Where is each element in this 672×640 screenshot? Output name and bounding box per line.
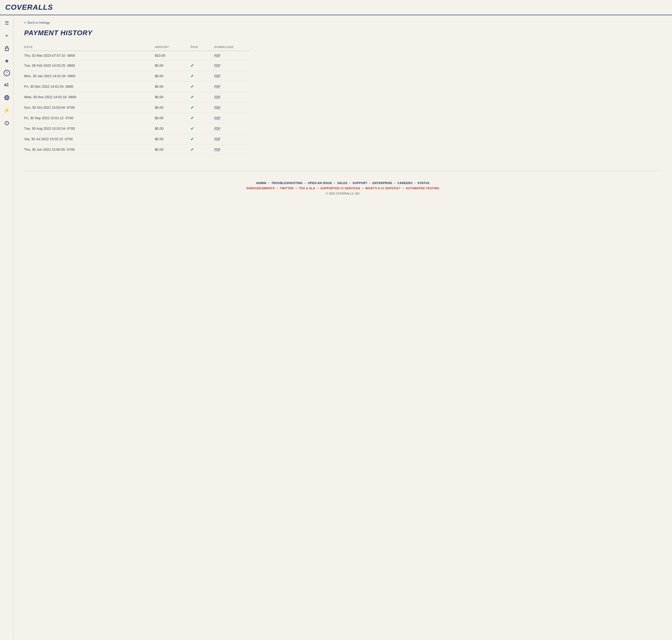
footer-link[interactable]: TROUBLESHOOTING [272,181,303,185]
footer-link[interactable]: SALES [337,181,347,185]
download-cell: PDF [214,123,250,134]
amount-cell: $0.00 [155,144,191,155]
date-column-header: DATE [24,43,155,51]
footer-link-2[interactable]: SUPPORTED CI SERVICES [321,187,361,190]
paid-cell: ✔ [191,60,215,71]
help-icon[interactable]: ? [4,70,10,76]
pdf-download-link[interactable]: PDF [214,64,220,68]
back-to-settings-link[interactable]: « Back to Settings [24,20,661,25]
back-link-label: Back to Settings [28,20,50,25]
footer-separator: • [349,181,351,185]
pdf-download-link[interactable]: PDF [214,54,220,58]
download-cell: PDF [214,113,250,123]
paid-cell [191,51,215,60]
paid-cell: ✔ [191,123,215,134]
amount-cell: $0.00 [155,123,191,134]
globe-icon[interactable] [3,94,11,101]
download-cell: PDF [214,144,250,155]
footer-link-2[interactable]: TWITTER [280,187,293,190]
footer-copyright: © 2023 COVERALLS, INC [29,192,656,195]
footer-separator-2: • [316,187,319,190]
add-icon[interactable]: + [3,32,11,39]
bolt-icon[interactable]: ⚡ [3,106,11,114]
amount-cell: $10.00 [155,51,191,60]
date-cell: Wed, 30 Nov 2022 14:02:18 -0800 [24,92,155,102]
footer-separator: • [394,181,396,185]
megaphone-icon[interactable] [3,82,11,89]
table-row: Thu, 30 Jun 2022 15:00:55 -0700$0.00✔PDF [24,144,250,155]
footer-separator-2: • [361,187,364,190]
download-cell: PDF [214,71,250,82]
header: COVERALLS [0,0,672,15]
sidebar: ☰ + ★ ? ⚡ [0,15,14,639]
paid-check-icon: ✔ [191,147,194,152]
back-arrow-icon: « [24,20,26,25]
footer-link[interactable]: SUPPORT [352,181,367,185]
payment-table: DATE AMOUNT PAID DOWNLOAD Thu, 02 Mar 20… [24,43,250,155]
paid-check-icon: ✔ [191,84,194,89]
footer-link-2[interactable]: ANNOUNCEMENTS [246,187,275,190]
paid-check-icon: ✔ [191,63,194,68]
footer-link[interactable]: CAREERS [397,181,412,185]
footer-separator-2: • [295,187,298,190]
paid-cell: ✔ [191,113,215,123]
footer-links-2: ANNOUNCEMENTS • TWITTER • TOS & SLA • SU… [29,187,656,190]
footer-link-2[interactable]: WHAT'S A CI SERVICE? [365,187,400,190]
date-cell: Sat, 30 Jul 2022 15:02:15 -0700 [24,134,155,144]
pdf-download-link[interactable]: PDF [214,127,220,130]
paid-check-icon: ✔ [191,116,194,120]
footer-links: ADMIN • TROUBLESHOOTING • OPEN AN ISSUE … [29,181,656,185]
footer-link[interactable]: ENTERPRISE [372,181,392,185]
footer-separator: • [267,181,270,185]
date-cell: Fri, 30 Dec 2022 14:01:54 -0800 [24,82,155,92]
footer-link[interactable]: OPEN AN ISSUE [308,181,332,185]
logo[interactable]: COVERALLS [5,3,667,12]
pdf-download-link[interactable]: PDF [214,116,220,120]
pdf-download-link[interactable]: PDF [214,85,220,88]
amount-cell: $0.00 [155,102,191,113]
pdf-download-link[interactable]: PDF [214,95,220,99]
date-cell: Fri, 30 Sep 2022 15:01:12 -0700 [24,113,155,123]
star-icon[interactable]: ★ [3,57,11,64]
date-cell: Tue, 30 Aug 2022 15:02:54 -0700 [24,123,155,134]
table-row: Sun, 30 Oct 2022 15:03:04 -0700$0.00✔PDF [24,102,250,113]
table-row: Tue, 30 Aug 2022 15:02:54 -0700$0.00✔PDF [24,123,250,134]
pdf-download-link[interactable]: PDF [214,137,220,141]
paid-cell: ✔ [191,82,215,92]
paid-cell: ✔ [191,144,215,155]
date-cell: Mon, 30 Jan 2023 14:01:34 -0800 [24,71,155,82]
download-cell: PDF [214,102,250,113]
table-row: Mon, 30 Jan 2023 14:01:34 -0800$0.00✔PDF [24,71,250,82]
footer-link[interactable]: STATUS [418,181,429,185]
date-cell: Sun, 30 Oct 2022 15:03:04 -0700 [24,102,155,113]
paid-check-icon: ✔ [191,126,194,131]
paid-check-icon: ✔ [191,137,194,141]
pdf-download-link[interactable]: PDF [214,106,220,110]
table-row: Wed, 30 Nov 2022 14:02:18 -0800$0.00✔PDF [24,92,250,102]
footer-link-2[interactable]: TOS & SLA [299,187,315,190]
pdf-download-link[interactable]: PDF [214,74,220,78]
footer: ADMIN • TROUBLESHOOTING • OPEN AN ISSUE … [24,171,661,200]
footer-link[interactable]: ADMIN [256,181,266,185]
table-row: Tue, 28 Feb 2023 14:03:25 -0800$0.00✔PDF [24,60,250,71]
table-row: Thu, 02 Mar 2023 07:57:32 -0800$10.00PDF [24,51,250,60]
paid-cell: ✔ [191,71,215,82]
list-icon[interactable]: ☰ [3,19,11,27]
pdf-download-link[interactable]: PDF [214,148,220,151]
paid-check-icon: ✔ [191,95,194,99]
table-row: Fri, 30 Dec 2022 14:01:54 -0800$0.00✔PDF [24,82,250,92]
date-cell: Tue, 28 Feb 2023 14:03:25 -0800 [24,60,155,71]
paid-cell: ✔ [191,134,215,144]
power-icon[interactable] [3,119,11,127]
footer-separator: • [333,181,336,185]
download-column-header: DOWNLOAD [214,43,250,51]
download-cell: PDF [214,134,250,144]
page-title: PAYMENT HISTORY [24,29,661,37]
paid-check-icon: ✔ [191,105,194,110]
main-layout: ☰ + ★ ? ⚡ [0,15,672,639]
footer-link-2[interactable]: AUTOMATED TESTING [406,187,439,190]
main-content: « Back to Settings PAYMENT HISTORY DATE … [14,15,672,639]
footer-separator: • [413,181,416,185]
amount-cell: $0.00 [155,71,191,82]
lock-icon[interactable] [3,45,11,52]
